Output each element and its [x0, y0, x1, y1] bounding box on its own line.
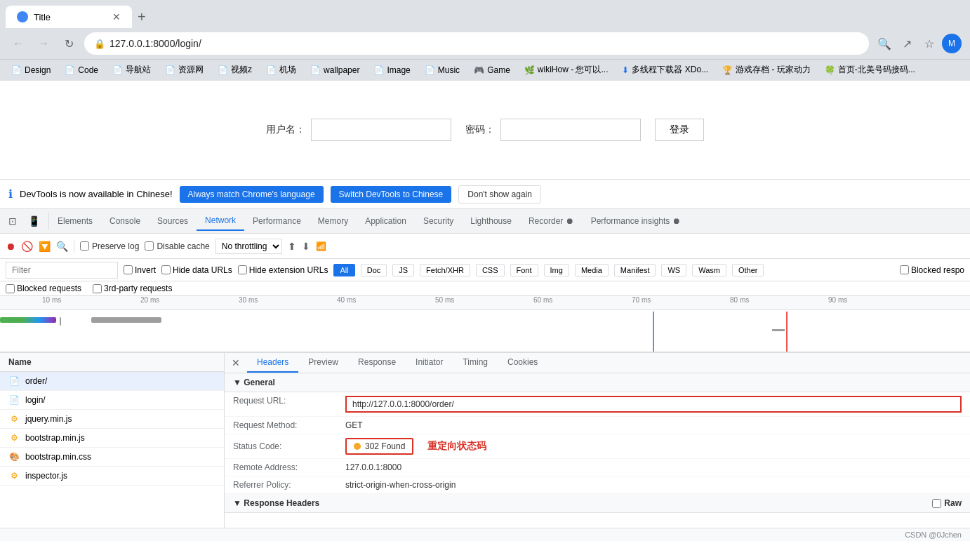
record-button[interactable]: ⏺: [6, 241, 15, 252]
tab-lighthouse[interactable]: Lighthouse: [462, 212, 520, 230]
bookmark-game-archive[interactable]: 🏆 游戏存档 - 玩家动力: [717, 62, 816, 78]
file-item-bootstrap-js[interactable]: ⚙ bootstrap.min.js: [0, 429, 224, 448]
filter-fetch-button[interactable]: Fetch/XHR: [420, 264, 470, 276]
back-button[interactable]: ←: [8, 34, 28, 53]
zoom-button[interactable]: 🔍: [875, 34, 894, 53]
wifi-icon[interactable]: 📶: [316, 241, 326, 251]
filter-input[interactable]: [6, 262, 118, 279]
bookmark-resources[interactable]: 📄 资源网: [159, 62, 209, 78]
status-code-label: Status Code:: [233, 441, 345, 451]
file-icon-bootstrap-css: 🎨: [8, 451, 20, 462]
clear-button[interactable]: 🚫: [21, 241, 33, 252]
download-icon[interactable]: ⬇: [302, 241, 310, 252]
bookmark-label: 视频z: [231, 64, 252, 76]
share-button[interactable]: ↗: [897, 34, 917, 53]
filter-wasm-button[interactable]: Wasm: [692, 264, 726, 276]
tab-memory[interactable]: Memory: [310, 212, 357, 230]
file-item-jquery[interactable]: ⚙ jquery.min.js: [0, 410, 224, 429]
bookmark-wallpaper[interactable]: 📄 wallpaper: [305, 63, 365, 77]
bookmark-code[interactable]: 📄 Code: [59, 63, 104, 77]
file-item-inspector[interactable]: ⚙ inspector.js: [0, 467, 224, 486]
search-network-icon[interactable]: 🔍: [56, 241, 68, 252]
bookmark-video[interactable]: 📄 视频z: [212, 62, 258, 78]
preserve-log-checkbox[interactable]: Preserve log: [80, 241, 139, 251]
device-toolbar-icon[interactable]: 📱: [25, 213, 43, 229]
filter-all-button[interactable]: All: [333, 264, 354, 276]
new-tab-button[interactable]: +: [132, 6, 152, 28]
invert-checkbox[interactable]: Invert: [124, 265, 156, 275]
detail-tab-cookies[interactable]: Cookies: [498, 353, 547, 373]
inspect-element-icon[interactable]: ⊡: [6, 213, 20, 229]
url-bar-container[interactable]: 🔒 127.0.0.1:8000/login/: [84, 32, 869, 55]
bookmark-nav[interactable]: 📄 导航站: [107, 62, 157, 78]
browser-tab[interactable]: Title ✕: [6, 6, 132, 28]
filter-other-button[interactable]: Other: [732, 264, 764, 276]
switch-language-button[interactable]: Switch DevTools to Chinese: [331, 186, 452, 203]
bookmark-wikihow[interactable]: 🌿 wikiHow - 您可以...: [519, 62, 614, 78]
detail-close-button[interactable]: ✕: [225, 353, 247, 373]
tab-performance-insights[interactable]: Performance insights ⏺: [583, 212, 689, 230]
general-section-header[interactable]: ▼ General: [225, 373, 970, 392]
bookmark-xdo[interactable]: ⬇ 多线程下载器 XDo...: [616, 62, 714, 78]
bookmark-label: wikiHow - 您可以...: [538, 64, 609, 76]
bookmark-music[interactable]: 📄 Music: [419, 63, 465, 77]
raw-checkbox[interactable]: Raw: [932, 498, 962, 508]
filter-css-button[interactable]: CSS: [476, 264, 505, 276]
bookmark-na-number[interactable]: 🍀 首页-北美号码接码...: [819, 62, 921, 78]
tab-network[interactable]: Network: [197, 211, 244, 231]
filter-manifest-button[interactable]: Manifest: [614, 264, 656, 276]
detail-tab-headers[interactable]: Headers: [247, 353, 298, 373]
file-item-order[interactable]: 📄 order/: [0, 372, 224, 391]
upload-icon[interactable]: ⬆: [288, 241, 296, 252]
filter-img-button[interactable]: Img: [544, 264, 569, 276]
disable-cache-checkbox[interactable]: Disable cache: [145, 241, 209, 251]
tab-application[interactable]: Application: [357, 212, 415, 230]
detail-tab-timing[interactable]: Timing: [453, 353, 498, 373]
request-method-label: Request Method:: [233, 420, 345, 430]
detail-tabs: ✕ Headers Preview Response Initiator Tim…: [225, 353, 970, 373]
blocked-requests-checkbox[interactable]: Blocked requests: [6, 284, 81, 293]
tab-security[interactable]: Security: [415, 212, 462, 230]
ruler-mark-30: 30 ms: [239, 296, 258, 304]
file-item-login[interactable]: 📄 login/: [0, 391, 224, 410]
match-language-button[interactable]: Always match Chrome's language: [180, 186, 324, 203]
profile-button[interactable]: M: [942, 34, 962, 53]
hide-ext-urls-checkbox[interactable]: Hide extension URLs: [238, 265, 328, 275]
file-name-inspector: inspector.js: [25, 471, 67, 481]
filter-button[interactable]: 🔽: [39, 241, 51, 252]
close-tab-button[interactable]: ✕: [112, 11, 121, 22]
detail-tab-initiator[interactable]: Initiator: [406, 353, 453, 373]
tab-elements[interactable]: Elements: [49, 212, 101, 230]
username-input[interactable]: [311, 119, 451, 141]
filter-media-button[interactable]: Media: [575, 264, 609, 276]
filter-ws-button[interactable]: WS: [661, 264, 686, 276]
hide-data-urls-checkbox[interactable]: Hide data URLs: [161, 265, 232, 275]
reload-button[interactable]: ↻: [59, 34, 79, 53]
response-headers-section[interactable]: ▼ Response Headers Raw: [225, 494, 970, 513]
tab-sources[interactable]: Sources: [149, 212, 197, 230]
bookmark-game[interactable]: 🎮 Game: [468, 63, 516, 77]
tab-performance[interactable]: Performance: [244, 212, 310, 230]
bookmark-airport[interactable]: 📄 机场: [260, 62, 302, 78]
detail-tab-preview[interactable]: Preview: [298, 353, 348, 373]
filter-doc-button[interactable]: Doc: [361, 264, 387, 276]
tab-favicon: [17, 11, 28, 22]
dismiss-notification-button[interactable]: Don't show again: [458, 185, 541, 204]
third-party-checkbox[interactable]: 3rd-party requests: [93, 284, 172, 293]
filter-font-button[interactable]: Font: [510, 264, 538, 276]
tab-recorder[interactable]: Recorder ⏺: [520, 212, 583, 230]
detail-tab-response[interactable]: Response: [348, 353, 406, 373]
throttle-select[interactable]: No throttling: [215, 239, 282, 254]
tab-console[interactable]: Console: [101, 212, 149, 230]
filter-js-button[interactable]: JS: [392, 264, 414, 276]
forward-button[interactable]: →: [34, 34, 53, 53]
ruler-mark-60: 60 ms: [533, 296, 552, 304]
bookmark-button[interactable]: ☆: [919, 34, 939, 53]
file-item-bootstrap-css[interactable]: 🎨 bootstrap.min.css: [0, 448, 224, 467]
bookmark-image[interactable]: 📄 Image: [368, 63, 416, 77]
devtools-tabs: ⊡ 📱 Elements Console Sources Network Per…: [0, 209, 970, 234]
bookmark-design[interactable]: 📄 Design: [6, 63, 56, 77]
blocked-respo-checkbox[interactable]: Blocked respo: [900, 265, 964, 275]
login-button[interactable]: 登录: [655, 119, 704, 141]
password-input[interactable]: [500, 119, 641, 141]
